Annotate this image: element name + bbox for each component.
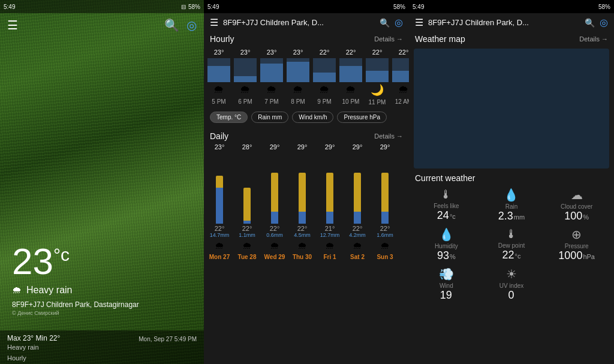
hourly-temp: 22° [346,49,356,56]
hourly-item: 22° 🌧 9 PM [312,46,337,108]
daily-icon: 🌧 [270,240,279,251]
daily-section-header: Daily Details → [204,129,409,143]
map-details-link[interactable]: Details → [579,35,608,43]
hourly-item: 23° 🌧 6 PM [233,46,258,108]
filter-pill[interactable]: Rain mm [251,112,288,123]
daily-temp-high: 29° [297,143,308,151]
battery-percent: 58% [188,4,200,10]
search-icon-3[interactable]: 🔍 [585,18,595,28]
hourly-temp: 23° [214,49,224,56]
cw-icon: 💨 [439,267,454,281]
daily-temp-low: 22° [353,225,363,232]
cw-value: 22 [502,249,514,261]
hourly-temp: 22° [372,49,383,56]
weather-map[interactable]: Latur Bidar Kalaburagi Hyderabad Waranga… [414,49,609,169]
filter-pills-container: Temp. °CRain mmWind km/hPressure hPa [204,108,409,127]
daily-details-link[interactable]: Details → [374,133,403,140]
filter-pill[interactable]: Temp. °C [210,112,248,123]
cw-label: Humidity [435,243,458,249]
panel-map-current: 5:49 58% ☰ 8F9F+J7J Children Park, D... … [409,0,614,364]
hourly-item: 22° 🌙 11 PM [365,46,390,108]
daily-rain: 1.6mm [377,232,393,238]
status-icons: ⊟ 58% [181,4,200,10]
bottom-condition: Heavy rain [7,344,197,351]
daily-bar [243,152,251,224]
hourly-time: 10 PM [342,98,360,105]
current-weather-header: Current weather [409,171,614,185]
hourly-label: Hourly [7,354,197,362]
daily-day: Wed 29 [264,254,285,260]
rain-bar-fill [234,76,257,82]
rain-bar-fill [339,66,362,82]
daily-rain: 0.6mm [266,232,283,238]
cw-icon: 💧 [504,188,519,202]
copyright-text: © Денис Смирский [12,310,139,316]
battery-3: 58% [598,4,610,10]
filter-pill[interactable]: Pressure hPa [337,112,387,123]
search-icon[interactable]: 🔍 [164,18,179,32]
status-icons-2: 58% [393,4,405,10]
map-section-header: Weather map Details → [409,32,614,46]
daily-temp-low: 22° [270,225,280,232]
hourly-rain-bar [207,58,230,82]
daily-temp-low: 22° [380,225,390,232]
weather-info: 23°c 🌧 Heavy rain 8F9F+J7J Children Park… [12,240,139,316]
temperature-display: 23°c [12,240,139,282]
current-weather-item: 💨 Wind 19 [415,267,478,302]
panel-hourly-daily: 5:49 58% ☰ 8F9F+J7J Children Park, D... … [204,0,409,364]
menu-icon[interactable]: ☰ [7,18,18,32]
rain-bar-fill [313,73,336,82]
hourly-time: 9 PM [317,98,331,105]
weather-condition: 🌧 Heavy rain [12,285,139,296]
location-icon-2[interactable]: ◎ [395,17,403,28]
hourly-time: 8 PM [291,98,305,105]
cw-label: Feels like [434,203,459,209]
hourly-rain-bar [339,58,362,82]
time-2: 5:49 [207,4,219,10]
cw-label: Cloud cover [561,203,592,210]
daily-bar-low [326,212,333,224]
hourly-scroll-area[interactable]: 23° 🌧 5 PM 23° 🌧 6 PM 23° 🌧 7 PM 23° 🌧 8… [204,46,409,108]
daily-bar-high [271,173,278,212]
hourly-title: Hourly [210,34,234,44]
status-bar-2: 5:49 58% [204,0,409,13]
daily-section-area: 23° 22° 14.7mm 🌧 Mon 27 28° 22° 1.1mm 🌧 … [204,143,409,364]
daily-item: 28° 22° 1.1mm 🌧 Tue 28 [234,143,260,260]
daily-temp-high: 29° [325,143,335,151]
daily-bar-high [326,173,333,212]
cw-value: 1000 [558,249,582,262]
daily-title: Daily [210,131,228,141]
hourly-rain-bar [234,58,257,82]
daily-bar [216,152,223,224]
cw-unit: % [450,253,456,260]
hourly-item: 23° 🌧 5 PM [206,46,231,108]
daily-bar [354,152,361,224]
rain-bar-fill [392,71,409,82]
location-icon[interactable]: ◎ [186,18,197,32]
time-display: 5:49 [4,4,15,10]
hourly-item: 23° 🌧 8 PM [285,46,311,108]
panel-weather-home: 5:49 ⊟ 58% ☰ 🔍 ◎ 23°c 🌧 Heavy rain 8F9F+… [0,0,204,364]
daily-temp-high: 29° [353,143,363,151]
hourly-rain-bar [313,58,336,82]
daily-item: 29° 21° 12.7mm 🌧 Fri 1 [317,143,343,260]
filter-pill[interactable]: Wind km/h [292,112,333,123]
hourly-temp: 23° [240,49,251,56]
hourly-details-link[interactable]: Details → [374,35,403,43]
daily-icon: 🌧 [380,240,390,251]
battery-2: 58% [393,4,405,10]
rain-bar-fill [366,71,389,82]
search-icon-2[interactable]: 🔍 [380,18,390,28]
menu-icon-3[interactable]: ☰ [415,17,423,28]
cw-label: UV index [499,282,524,289]
panel2-header: ☰ 8F9F+J7J Children Park, D... 🔍 ◎ [204,13,409,32]
hourly-section-header: Hourly Details → [204,32,409,46]
daily-bar-low [299,212,306,224]
daily-day: Sun 3 [377,254,393,260]
location-icon-3[interactable]: ◎ [600,17,608,28]
hourly-rain-bar [287,58,309,82]
menu-icon-2[interactable]: ☰ [210,17,218,28]
hourly-icon: 🌧 [345,83,356,96]
cw-value: 0 [508,289,514,302]
daily-temp-high: 23° [215,143,225,151]
